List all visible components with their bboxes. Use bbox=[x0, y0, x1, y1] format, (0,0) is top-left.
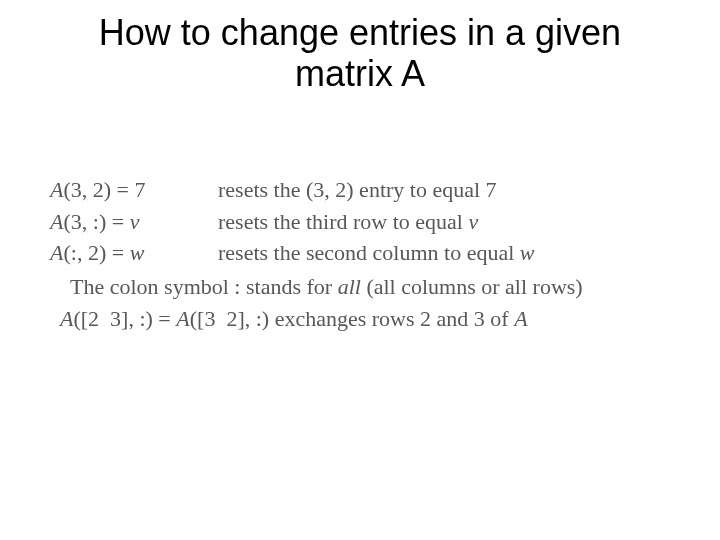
example-lhs: A(:, 2) = w bbox=[50, 238, 218, 268]
example-lhs: A(3, 2) = 7 bbox=[50, 175, 218, 205]
rhs-text: resets the second column to equal bbox=[218, 240, 520, 265]
exchange-line: A([2 3], :) = A([3 2], :) exchanges rows… bbox=[60, 304, 690, 334]
var-w: w bbox=[520, 240, 535, 265]
title-line-1: How to change entries in a given bbox=[99, 12, 621, 53]
var-a: A bbox=[50, 177, 63, 202]
note-text-a: The colon symbol : stands for bbox=[70, 274, 338, 299]
example-row: A(3, :) = v resets the third row to equa… bbox=[50, 207, 690, 237]
var-a: A bbox=[176, 306, 189, 331]
slide: How to change entries in a given matrix … bbox=[0, 0, 720, 540]
note-line: The colon symbol : stands for all (all c… bbox=[70, 272, 690, 302]
exchange-text-d: ([3 2], :) exchanges rows 2 and 3 of bbox=[190, 306, 514, 331]
example-lhs: A(3, :) = v bbox=[50, 207, 218, 237]
title-line-2: matrix A bbox=[295, 53, 425, 94]
rhs-text: resets the third row to equal bbox=[218, 209, 469, 234]
note-text-b: all bbox=[338, 274, 361, 299]
var-a: A bbox=[60, 306, 73, 331]
lhs-text: (3, 2) = 7 bbox=[63, 177, 145, 202]
var-v: v bbox=[130, 209, 140, 234]
content-block: A(3, 2) = 7 resets the (3, 2) entry to e… bbox=[50, 175, 690, 333]
example-rhs: resets the (3, 2) entry to equal 7 bbox=[218, 175, 690, 205]
example-rhs: resets the second column to equal w bbox=[218, 238, 690, 268]
lhs-text: (:, 2) = bbox=[63, 240, 129, 265]
var-v: v bbox=[469, 209, 479, 234]
var-a: A bbox=[514, 306, 527, 331]
var-w: w bbox=[130, 240, 145, 265]
example-rhs: resets the third row to equal v bbox=[218, 207, 690, 237]
note-text-c: (all columns or all rows) bbox=[361, 274, 583, 299]
lhs-text: (3, :) = bbox=[63, 209, 129, 234]
var-a: A bbox=[50, 240, 63, 265]
exchange-text-b: ([2 3], :) = bbox=[73, 306, 176, 331]
var-a: A bbox=[50, 209, 63, 234]
slide-title: How to change entries in a given matrix … bbox=[0, 12, 720, 95]
example-row: A(:, 2) = w resets the second column to … bbox=[50, 238, 690, 268]
example-row: A(3, 2) = 7 resets the (3, 2) entry to e… bbox=[50, 175, 690, 205]
